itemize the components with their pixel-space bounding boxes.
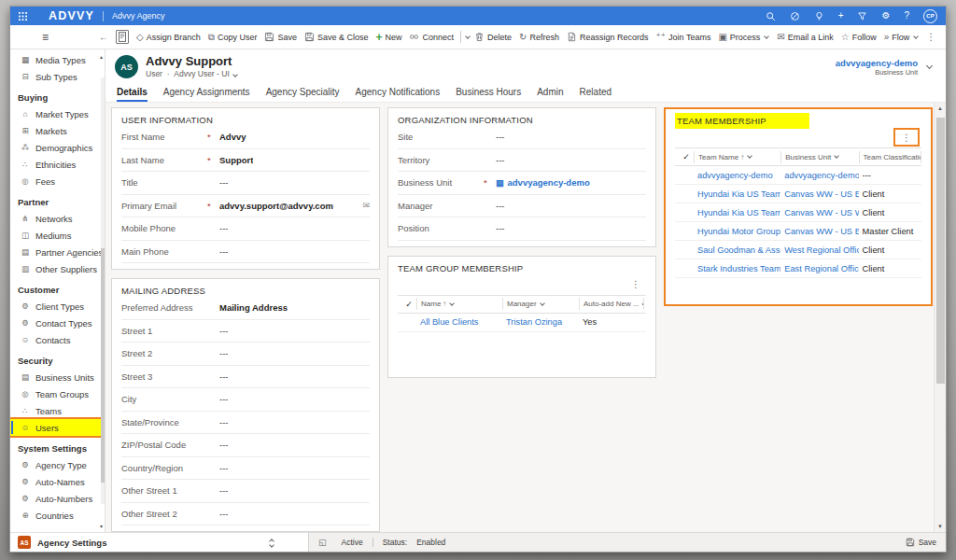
sidebar-item-fees[interactable]: ◎Fees bbox=[10, 173, 105, 189]
column-filter-chevron-icon[interactable] bbox=[747, 153, 752, 159]
settings-gear-icon[interactable]: ⚙ bbox=[881, 11, 890, 21]
cell-link[interactable]: Canvas WW - US Eas bbox=[780, 227, 858, 236]
field-other-street-2[interactable]: Other Street 2--- bbox=[121, 503, 370, 526]
area-switcher-chevrons-icon[interactable] bbox=[268, 538, 301, 547]
field-value[interactable]: Mailing Address bbox=[219, 302, 288, 313]
table-row[interactable]: Hyundai Motor Group TeCanvas WW - US Eas… bbox=[675, 222, 921, 241]
form-switcher-chevron-icon[interactable] bbox=[232, 72, 238, 77]
delete-button[interactable]: Delete bbox=[471, 27, 515, 48]
table-row[interactable]: Stark Industries TeamEast Regional Offic… bbox=[675, 259, 921, 278]
circle-slash-icon[interactable] bbox=[790, 11, 800, 21]
field-street-1[interactable]: Street 1--- bbox=[121, 320, 370, 343]
sidebar-item-market-types[interactable]: ⌂Market Types bbox=[10, 105, 105, 122]
field-site[interactable]: Site--- bbox=[398, 126, 646, 149]
cell-link[interactable]: West Regional Office bbox=[780, 245, 858, 255]
quick-create-plus-icon[interactable]: + bbox=[838, 11, 844, 21]
process-button-chevron-icon[interactable] bbox=[765, 34, 770, 39]
cell-link[interactable]: Hyundai Motor Group Te bbox=[694, 227, 780, 236]
sidebar-item-agency-type[interactable]: ⚙Agency Type bbox=[10, 456, 105, 473]
email-open-icon[interactable]: ✉ bbox=[362, 201, 370, 210]
email-a-link-button[interactable]: ✉Email a Link bbox=[773, 27, 836, 48]
sidebar-scroll-up-arrow[interactable]: ▴ bbox=[100, 53, 103, 60]
column-filter-chevron-icon[interactable] bbox=[834, 153, 839, 159]
follow-button[interactable]: ☆Follow bbox=[837, 27, 880, 48]
field-last-name[interactable]: Last Name*Support bbox=[121, 149, 370, 173]
table-row[interactable]: advvyagency-demoadvvyagency-demo..--- bbox=[675, 166, 921, 185]
column-header-name[interactable]: Name↑ bbox=[416, 298, 502, 310]
field-street-3[interactable]: Street 3--- bbox=[121, 366, 370, 389]
sidebar-item-media-types[interactable]: ▦Media Types bbox=[10, 51, 105, 68]
field-preferred-address[interactable]: Preferred AddressMailing Address bbox=[121, 297, 370, 320]
statusbar-save-button[interactable]: Save bbox=[906, 538, 936, 547]
cell-link[interactable]: Canvas WW - US We bbox=[780, 208, 858, 217]
column-header-manager[interactable]: Manager bbox=[502, 298, 579, 310]
column-filter-chevron-icon[interactable] bbox=[540, 301, 545, 306]
search-icon[interactable] bbox=[766, 11, 776, 21]
filter-funnel-icon[interactable] bbox=[857, 11, 867, 21]
field-other-street-1[interactable]: Other Street 1--- bbox=[121, 480, 370, 503]
cell-link[interactable]: Canvas WW - US Eas bbox=[780, 189, 858, 199]
cell-link[interactable]: advvyagency-demo.. bbox=[780, 171, 858, 180]
tab-business-hours[interactable]: Business Hours bbox=[456, 87, 521, 102]
sidebar-item-team-groups[interactable]: ◎Team Groups bbox=[10, 385, 105, 402]
connect-button[interactable]: Connect bbox=[405, 27, 457, 48]
scroll-up-arrow[interactable]: ▲ bbox=[935, 105, 946, 111]
sidebar-item-countries[interactable]: ⊕Countries bbox=[10, 507, 105, 524]
app-name[interactable]: Advvy Agency bbox=[112, 11, 165, 21]
sidebar-item-teams[interactable]: ∴Teams bbox=[10, 402, 105, 419]
field-first-name[interactable]: First Name*Advvy bbox=[121, 126, 370, 149]
field-position[interactable]: Position--- bbox=[398, 217, 646, 241]
field-title[interactable]: Title--- bbox=[121, 172, 370, 195]
scrollbar-thumb[interactable] bbox=[936, 118, 945, 384]
sidebar-item-contact-types[interactable]: ⚙Contact Types bbox=[10, 315, 105, 331]
table-row[interactable]: Saul Goodman & AssociWest Regional Offic… bbox=[675, 241, 921, 259]
help-icon[interactable]: ? bbox=[904, 11, 909, 21]
sidebar-item-networks[interactable]: ⋔Networks bbox=[10, 210, 105, 227]
tab-agency-notifications[interactable]: Agency Notifications bbox=[356, 87, 441, 102]
back-button[interactable]: ← bbox=[95, 27, 112, 48]
column-header-business-unit[interactable]: Business Unit bbox=[780, 151, 858, 163]
scroll-down-arrow[interactable]: ▼ bbox=[935, 524, 946, 529]
field-value[interactable]: Support bbox=[219, 155, 253, 165]
grid-more-commands-icon[interactable]: ⋮ bbox=[626, 279, 646, 289]
column-filter-chevron-icon[interactable] bbox=[450, 301, 456, 306]
cell-link[interactable]: All Blue Clients bbox=[416, 317, 502, 327]
cell-link[interactable]: East Regional Office. bbox=[780, 264, 858, 273]
field-primary-email[interactable]: Primary Email*advvy.support@advvy.com✉ bbox=[121, 195, 370, 218]
field-business-unit[interactable]: Business Unit*▤advvyagency-demo bbox=[398, 172, 646, 195]
copy-user-button[interactable]: ⧉Copy User bbox=[204, 27, 261, 48]
cell-link[interactable]: Hyundai Kia US Team - W bbox=[694, 208, 780, 217]
field-state-province[interactable]: State/Province--- bbox=[121, 412, 370, 435]
field-country-region[interactable]: Country/Region--- bbox=[121, 457, 370, 481]
sidebar-item-markets[interactable]: ⊞Markets bbox=[10, 122, 105, 139]
save-button[interactable]: Save bbox=[260, 27, 301, 48]
flow-button-chevron-icon[interactable] bbox=[914, 34, 920, 39]
field-zip-postal-code[interactable]: ZIP/Postal Code--- bbox=[121, 434, 370, 457]
sidebar-item-ethnicities[interactable]: ∴Ethnicities bbox=[10, 156, 105, 173]
join-teams-button[interactable]: ⁺⁺Join Teams bbox=[652, 27, 714, 48]
connect-button-chevron-icon[interactable] bbox=[465, 34, 471, 39]
field-value[interactable]: ▤advvyagency-demo bbox=[496, 177, 590, 188]
sidebar-item-mediums[interactable]: ◫Mediums bbox=[10, 227, 105, 244]
field-manager[interactable]: Manager--- bbox=[398, 195, 646, 218]
field-main-phone[interactable]: Main Phone--- bbox=[121, 241, 370, 264]
sidebar-item-users[interactable]: ☺Users bbox=[10, 419, 105, 436]
column-filter-chevron-icon[interactable] bbox=[641, 301, 644, 305]
cell-link[interactable]: Tristan Ozinga bbox=[502, 317, 579, 327]
field-value[interactable]: Advvy bbox=[219, 132, 246, 142]
more-commands-button[interactable]: ⋮ bbox=[922, 27, 939, 48]
flow-button[interactable]: »Flow bbox=[880, 27, 923, 48]
sidebar-scroll-down-arrow[interactable]: ▾ bbox=[100, 523, 103, 529]
field-street-2[interactable]: Street 2--- bbox=[121, 343, 370, 366]
save-and-close-button[interactable]: Save & Close bbox=[301, 27, 373, 48]
sidebar-item-sub-types[interactable]: ⊟Sub Types bbox=[10, 68, 105, 85]
column-header-team-name[interactable]: Team Name↑ bbox=[694, 151, 780, 163]
field-territory[interactable]: Territory--- bbox=[398, 149, 646, 173]
field-mobile-phone[interactable]: Mobile Phone--- bbox=[121, 217, 370, 241]
assign-branch-button[interactable]: ◇Assign Branch bbox=[133, 27, 204, 48]
tab-details[interactable]: Details bbox=[117, 87, 148, 102]
sidebar-item-partner-agencies[interactable]: ▤Partner Agencies bbox=[10, 244, 105, 260]
waffle-menu-icon[interactable] bbox=[19, 12, 27, 21]
reassign-records-button[interactable]: Reassign Records bbox=[563, 27, 653, 48]
sidebar-scrollbar[interactable] bbox=[101, 77, 105, 504]
